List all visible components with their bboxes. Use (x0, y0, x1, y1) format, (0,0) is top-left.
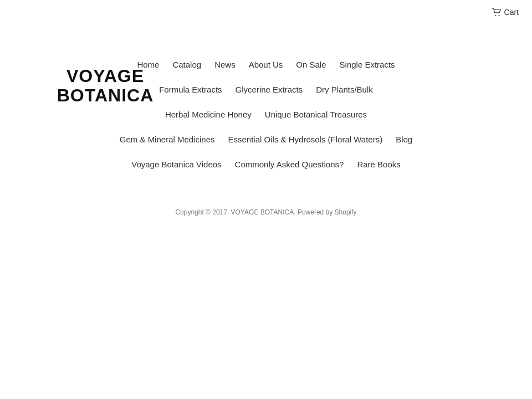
nav-single-extracts[interactable]: Single Extracts (335, 58, 400, 71)
nav-herbal-medicine-honey[interactable]: Herbal Medicine Honey (161, 108, 256, 121)
cart-icon (492, 8, 502, 17)
nav-row-1: Home Catalog News About Us On Sale Singl… (121, 52, 410, 77)
footer-copyright: Copyright © 2017, VOYAGE BOTANICA. (175, 208, 295, 216)
nav-about-us[interactable]: About Us (244, 58, 288, 71)
nav-formula-extracts[interactable]: Formula Extracts (155, 83, 226, 96)
nav-unique-botanical-treasures[interactable]: Unique Botanical Treasures (260, 108, 371, 121)
footer-powered-by[interactable]: Powered by Shopify (298, 208, 357, 216)
cart-link[interactable]: Cart (492, 8, 519, 17)
nav-essential-oils[interactable]: Essential Oils & Hydrosols (Floral Water… (224, 132, 387, 146)
nav-rare-books[interactable]: Rare Books (352, 157, 405, 171)
nav-news[interactable]: News (210, 58, 240, 71)
nav-blog[interactable]: Blog (391, 132, 417, 146)
svg-point-1 (498, 15, 499, 16)
logo-line1: VOYAGE (66, 66, 144, 86)
top-bar: Cart (0, 0, 532, 24)
nav-dry-plants-bulk[interactable]: Dry Plants/Bulk (311, 83, 377, 96)
nav-row-5: Voyage Botanica Videos Commonly Asked Qu… (116, 152, 416, 177)
nav-row-3: Herbal Medicine Honey Unique Botanical T… (150, 102, 382, 127)
logo-area: VOYAGE BOTANICA (55, 66, 155, 105)
nav-row-2: Formula Extracts Glycerine Extracts Dry … (144, 77, 388, 102)
nav-on-sale[interactable]: On Sale (291, 58, 330, 71)
nav-catalog[interactable]: Catalog (168, 58, 206, 71)
footer: Copyright © 2017, VOYAGE BOTANICA. Power… (0, 208, 532, 216)
nav-row-4: Gem & Mineral Medicines Essential Oils &… (104, 127, 428, 152)
nav-gem-mineral-medicines[interactable]: Gem & Mineral Medicines (115, 132, 219, 146)
nav-commonly-asked-questions[interactable]: Commonly Asked Questions? (231, 157, 349, 171)
logo-text: VOYAGE BOTANICA (55, 66, 155, 105)
svg-point-0 (495, 15, 496, 16)
logo-line2: BOTANICA (57, 85, 154, 105)
nav-voyage-botanica-videos[interactable]: Voyage Botanica Videos (127, 157, 226, 171)
cart-label: Cart (504, 8, 519, 17)
nav-glycerine-extracts[interactable]: Glycerine Extracts (231, 83, 308, 96)
